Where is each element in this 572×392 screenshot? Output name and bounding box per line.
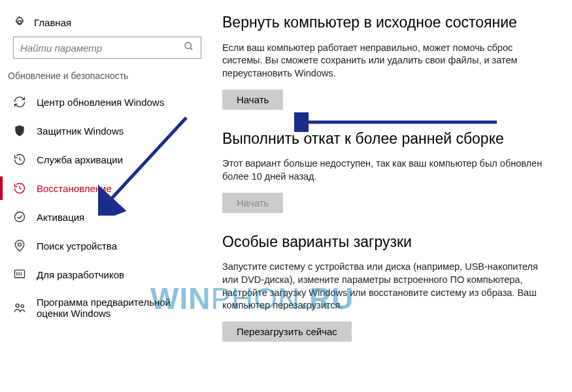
nav-item-find-device[interactable]: Поиск устройства (7, 231, 203, 260)
svg-point-4 (18, 243, 22, 246)
nav-label: Поиск устройства (37, 240, 117, 252)
shield-icon (13, 124, 26, 137)
nav-item-backup[interactable]: Служба архивации (7, 145, 203, 174)
svg-rect-5 (15, 270, 25, 278)
nav-label: Активация (37, 212, 84, 223)
nav-list: Центр обновления Windows Защитник Window… (7, 88, 203, 327)
search-input[interactable] (20, 42, 184, 54)
insider-icon (13, 301, 26, 314)
location-icon (13, 239, 26, 252)
nav-label: Служба архивации (37, 154, 123, 165)
svg-point-1 (185, 42, 191, 48)
section-desc: Этот вариант больше недоступен, так как … (222, 157, 552, 183)
developer-icon (13, 268, 26, 281)
svg-point-0 (18, 21, 22, 24)
nav-label: Программа предварительной оценки Windows (37, 297, 196, 319)
nav-label: Восстановление (37, 183, 112, 194)
nav-item-update[interactable]: Центр обновления Windows (7, 88, 203, 116)
nav-item-recovery[interactable]: Восстановление (7, 174, 203, 203)
section-desc: Запустите систему с устройства или диска… (222, 261, 552, 312)
section-advanced: Особые варианты загрузки Запустите систе… (222, 233, 552, 342)
sidebar: Главная Обновление и безопасность Центр … (0, 0, 203, 392)
svg-line-2 (190, 48, 192, 50)
section-title: Выполнить откат к более ранней сборке (222, 129, 552, 149)
section-rollback: Выполнить откат к более ранней сборке Эт… (222, 129, 552, 213)
nav-item-insider[interactable]: Программа предварительной оценки Windows (7, 289, 203, 327)
search-icon (184, 41, 194, 54)
search-box[interactable] (13, 37, 201, 59)
section-reset: Вернуть компьютер в исходное состояние Е… (222, 13, 552, 110)
gear-icon (13, 16, 26, 29)
home-link[interactable]: Главная (7, 13, 203, 37)
section-title: Особые варианты загрузки (222, 233, 552, 252)
restart-button[interactable]: Перезагрузить сейчас (222, 321, 352, 342)
backup-icon (13, 153, 26, 166)
refresh-icon (13, 95, 26, 108)
rollback-button: Начать (222, 193, 283, 213)
nav-label: Центр обновления Windows (37, 97, 164, 108)
check-circle-icon (13, 210, 26, 223)
nav-label: Для разработчиков (37, 269, 124, 280)
svg-point-3 (15, 212, 25, 222)
nav-item-developers[interactable]: Для разработчиков (7, 260, 203, 289)
section-title: Вернуть компьютер в исходное состояние (222, 13, 552, 33)
svg-point-9 (16, 304, 19, 307)
home-label: Главная (34, 17, 71, 28)
main-content: Вернуть компьютер в исходное состояние Е… (203, 0, 572, 392)
nav-item-defender[interactable]: Защитник Windows (7, 116, 203, 145)
reset-button[interactable]: Начать (222, 90, 283, 110)
nav-label: Защитник Windows (37, 125, 124, 137)
nav-item-activation[interactable]: Активация (7, 203, 203, 231)
section-desc: Если ваш компьютер работает неправильно,… (222, 42, 552, 80)
history-icon (13, 182, 26, 195)
svg-point-10 (21, 304, 24, 307)
section-label: Обновление и безопасность (7, 71, 203, 88)
